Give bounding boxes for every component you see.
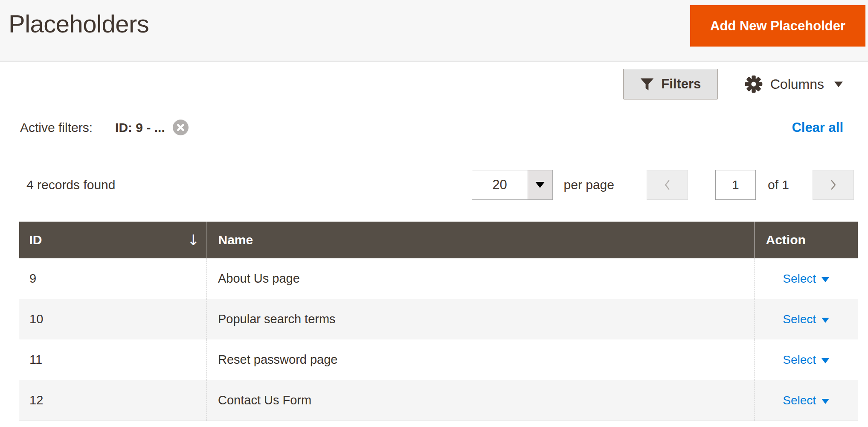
- per-page-dropdown-button[interactable]: [528, 170, 552, 199]
- caret-down-icon: [822, 358, 829, 363]
- cell-id: 9: [19, 258, 207, 299]
- caret-down-icon: [822, 399, 829, 404]
- chevron-down-icon: [834, 82, 843, 87]
- column-header-action: Action: [755, 222, 858, 258]
- next-page-button[interactable]: [813, 170, 854, 200]
- gear-icon: [745, 75, 763, 93]
- page-header: Placeholders Add New Placeholder: [0, 0, 868, 62]
- select-action-label: Select: [783, 353, 816, 367]
- select-action-label: Select: [783, 272, 816, 286]
- sort-descending-icon: ↓: [187, 231, 200, 249]
- previous-page-button[interactable]: [647, 170, 688, 200]
- cell-name: About Us page: [207, 258, 755, 299]
- cell-id: 10: [19, 299, 207, 339]
- records-pagination-row: 4 records found 20 per page of 1: [0, 148, 868, 222]
- filters-button-label: Filters: [661, 76, 701, 92]
- chevron-right-icon: [830, 179, 836, 190]
- cell-action: Select: [755, 339, 858, 380]
- clear-all-link[interactable]: Clear all: [792, 120, 843, 135]
- cell-action: Select: [755, 380, 858, 421]
- column-header-name[interactable]: Name: [207, 222, 755, 258]
- active-filters-label: Active filters:: [20, 120, 93, 135]
- chevron-left-icon: [664, 179, 671, 190]
- cell-id: 12: [19, 380, 207, 421]
- page-total-label: of 1: [768, 178, 789, 192]
- select-action-button[interactable]: Select: [783, 272, 829, 286]
- cell-action: Select: [755, 299, 858, 339]
- table-row: 9 About Us page Select: [19, 258, 858, 299]
- cell-action: Select: [755, 258, 858, 299]
- column-header-id-label: ID: [29, 233, 42, 247]
- table-header-row: ID ↓ Name Action: [19, 222, 858, 258]
- select-action-button[interactable]: Select: [783, 353, 829, 367]
- active-filter-tag-label: ID: 9 - ...: [115, 120, 165, 135]
- caret-down-icon: [822, 318, 829, 323]
- column-header-id[interactable]: ID ↓: [19, 222, 207, 258]
- select-action-label: Select: [783, 313, 816, 326]
- per-page-select[interactable]: 20: [472, 170, 553, 200]
- caret-down-icon: [535, 182, 545, 188]
- filters-button[interactable]: Filters: [623, 69, 718, 99]
- per-page-label: per page: [564, 178, 614, 192]
- page-title: Placeholders: [9, 9, 149, 38]
- cell-name: Contact Us Form: [207, 380, 755, 421]
- funnel-icon: [640, 76, 654, 92]
- columns-label: Columns: [770, 76, 824, 92]
- add-new-placeholder-button[interactable]: Add New Placeholder: [690, 5, 865, 47]
- cell-name: Popular search terms: [207, 299, 755, 339]
- active-filters-bar: Active filters: ID: 9 - ... Clear all: [0, 107, 868, 148]
- table-row: 12 Contact Us Form Select: [19, 380, 858, 421]
- select-action-button[interactable]: Select: [783, 394, 829, 407]
- cell-name: Reset password page: [207, 339, 755, 380]
- records-found-text: 4 records found: [26, 178, 115, 192]
- remove-filter-icon[interactable]: [173, 120, 189, 135]
- select-action-button[interactable]: Select: [783, 313, 829, 326]
- current-page-input[interactable]: [715, 170, 756, 200]
- table-row: 10 Popular search terms Select: [19, 299, 858, 339]
- active-filter-tag: ID: 9 - ...: [115, 120, 189, 135]
- per-page-value: 20: [472, 170, 528, 199]
- cell-id: 11: [19, 339, 207, 380]
- select-action-label: Select: [783, 394, 816, 407]
- table-row: 11 Reset password page Select: [19, 339, 858, 380]
- caret-down-icon: [822, 277, 829, 282]
- placeholders-table: ID ↓ Name Action 9 About Us page Select …: [19, 222, 858, 421]
- grid-toolbar: Filters Columns: [0, 69, 868, 99]
- columns-control[interactable]: Columns: [745, 75, 843, 93]
